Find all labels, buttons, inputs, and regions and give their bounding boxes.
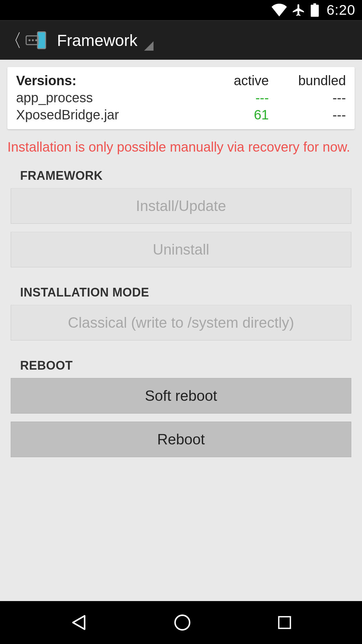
status-bar: 6:20 bbox=[0, 0, 362, 20]
versions-row-active: 61 bbox=[202, 107, 269, 122]
uninstall-button[interactable]: Uninstall bbox=[11, 232, 351, 267]
section-title-framework: FRAMEWORK bbox=[0, 159, 362, 188]
status-time: 6:20 bbox=[326, 2, 355, 18]
reboot-button[interactable]: Reboot bbox=[11, 422, 351, 457]
spinner-indicator-icon bbox=[144, 41, 154, 51]
svg-rect-6 bbox=[279, 617, 291, 629]
navigation-bar bbox=[0, 601, 362, 644]
content-area: Versions: active bundled app_process ---… bbox=[0, 60, 362, 601]
versions-row: XposedBridge.jar 61 --- bbox=[16, 107, 346, 122]
versions-col-active: active bbox=[202, 73, 269, 88]
battery-icon bbox=[310, 3, 319, 17]
soft-reboot-button[interactable]: Soft reboot bbox=[11, 378, 351, 414]
svg-point-3 bbox=[32, 39, 34, 41]
action-bar: 〈 Framework bbox=[0, 20, 362, 60]
svg-point-4 bbox=[35, 39, 37, 41]
back-caret-icon: 〈 bbox=[4, 31, 22, 49]
installation-warning: Installation is only possible manually v… bbox=[0, 129, 362, 159]
versions-row-bundled: --- bbox=[269, 107, 346, 122]
airplane-mode-icon bbox=[292, 3, 306, 17]
install-update-button[interactable]: Install/Update bbox=[11, 188, 351, 224]
versions-row-name: app_process bbox=[16, 90, 202, 105]
versions-col-bundled: bundled bbox=[269, 73, 346, 88]
section-title-installation-mode: INSTALLATION MODE bbox=[0, 275, 362, 305]
versions-title: Versions: bbox=[16, 73, 202, 88]
svg-point-5 bbox=[175, 615, 190, 630]
nav-recents-button[interactable] bbox=[276, 614, 293, 631]
svg-point-2 bbox=[28, 39, 31, 41]
nav-back-button[interactable] bbox=[69, 612, 89, 633]
app-icon bbox=[24, 29, 48, 52]
up-button[interactable]: 〈 bbox=[4, 29, 48, 52]
nav-home-button[interactable] bbox=[173, 613, 192, 632]
versions-row-name: XposedBridge.jar bbox=[16, 107, 202, 122]
versions-row: app_process --- --- bbox=[16, 90, 346, 105]
svg-rect-0 bbox=[38, 32, 46, 49]
wifi-icon bbox=[272, 4, 287, 16]
section-title-reboot: REBOOT bbox=[0, 348, 362, 378]
title-spinner[interactable]: Framework bbox=[48, 30, 154, 51]
installation-mode-button[interactable]: Classical (write to /system directly) bbox=[11, 305, 351, 340]
versions-card: Versions: active bundled app_process ---… bbox=[7, 67, 355, 129]
versions-row-bundled: --- bbox=[269, 90, 346, 105]
page-title: Framework bbox=[57, 31, 137, 50]
versions-row-active: --- bbox=[202, 90, 269, 105]
